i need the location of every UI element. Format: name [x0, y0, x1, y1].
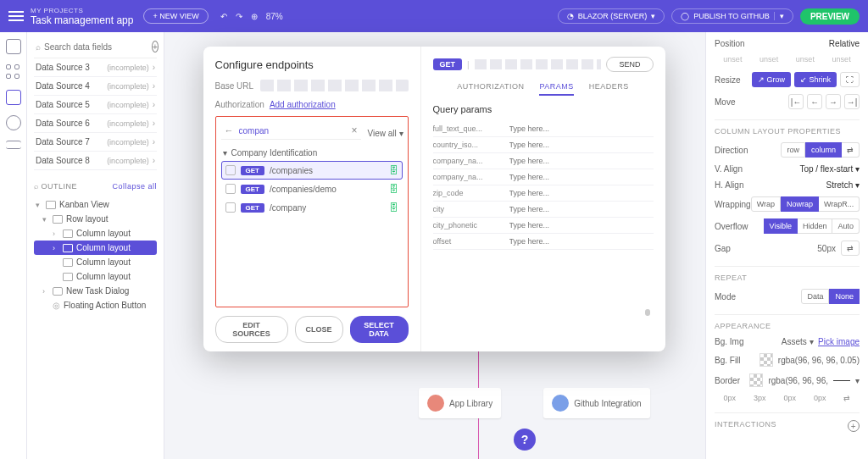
endpoint-row[interactable]: GET /company 🗄 [221, 198, 403, 217]
back-icon[interactable]: ← [225, 125, 234, 135]
data-source-row[interactable]: Data Source 7(incomplete)› [34, 133, 157, 152]
undo-icon[interactable]: ↶ [220, 12, 227, 21]
query-param-input[interactable] [509, 173, 654, 181]
tree-item-dialog[interactable]: ›New Task Dialog [34, 284, 157, 298]
move-start-button[interactable]: |← [788, 94, 804, 109]
data-source-row[interactable]: Data Source 3(incomplete)› [34, 58, 157, 77]
assets-select[interactable]: Assets [782, 337, 807, 346]
redo-icon[interactable]: ↷ [236, 12, 242, 21]
resize-settings-button[interactable]: ⛶ [840, 72, 860, 87]
bg-fill-swatch[interactable] [760, 353, 773, 367]
wrap-button[interactable]: Wrap [751, 196, 781, 212]
edit-sources-button[interactable]: EDIT SOURCES [215, 316, 288, 343]
send-button[interactable]: SEND [606, 57, 653, 72]
outline-tree: ▾Kanban View ▾Row layout ›Column layout … [34, 197, 157, 312]
publish-github-button[interactable]: ◯ PUBLISH TO GITHUB ▾ [671, 8, 793, 24]
rail-views-icon[interactable] [6, 39, 21, 54]
view-all-select[interactable]: View all ▾ [368, 129, 403, 138]
framework-select[interactable]: ◔ BLAZOR (SERVER) ▾ [558, 8, 665, 24]
data-source-row[interactable]: Data Source 6(incomplete)› [34, 114, 157, 133]
gap-input[interactable]: 50px [817, 244, 836, 253]
tab-authorization[interactable]: AUTHORIZATION [457, 82, 524, 96]
add-data-source-button[interactable]: + [152, 41, 159, 53]
query-param-input[interactable] [509, 141, 654, 149]
direction-row-button[interactable]: row [781, 142, 805, 158]
tree-item-kanban[interactable]: ▾Kanban View [34, 197, 157, 212]
tree-item-column-layout[interactable]: Column layout [34, 255, 157, 269]
grow-button[interactable]: ↗ Grow [752, 72, 791, 87]
collapse-all-link[interactable]: Collapse all [112, 182, 157, 191]
new-view-button[interactable]: + NEW VIEW [143, 8, 208, 24]
avatar-icon [552, 395, 569, 412]
gap-link-button[interactable]: ⇄ [841, 241, 860, 256]
scrollbar-thumb[interactable] [645, 309, 650, 316]
tree-item-row-layout[interactable]: ▾Row layout [34, 212, 157, 226]
chevron-down-icon: ▾ [223, 148, 227, 158]
canvas-card[interactable]: App Library [419, 388, 501, 418]
overflow-visible-button[interactable]: Visible [764, 218, 798, 234]
zoom-value[interactable]: 87% [266, 12, 283, 21]
rail-assets-icon[interactable] [6, 141, 21, 149]
border-swatch[interactable] [749, 373, 763, 387]
bg-fill-value[interactable]: rgba(96, 96, 96, 0.05) [778, 356, 860, 365]
endpoint-checkbox[interactable] [225, 202, 236, 213]
chevron-down-icon: ▾ [651, 12, 655, 20]
help-button[interactable]: ? [514, 429, 536, 451]
position-select[interactable]: Relative [829, 39, 860, 48]
rail-data-icon[interactable] [6, 90, 21, 105]
preview-button[interactable]: PREVIEW [800, 8, 860, 25]
canvas-card[interactable]: Github Integration [543, 388, 650, 418]
direction-column-button[interactable]: column [805, 142, 842, 158]
endpoint-checkbox[interactable] [225, 165, 236, 175]
nowrap-button[interactable]: Nowrap [781, 196, 819, 212]
move-end-button[interactable]: →| [844, 94, 860, 109]
tree-item-column-layout[interactable]: Column layout [34, 269, 157, 284]
query-param-input[interactable] [509, 189, 654, 197]
overflow-hidden-button[interactable]: Hidden [798, 218, 833, 234]
endpoint-row[interactable]: GET /companies 🗄 [221, 161, 403, 180]
halign-select[interactable]: Stretch ▾ [826, 180, 860, 190]
project-name[interactable]: Task management app [31, 14, 133, 26]
rail-theme-icon[interactable] [6, 115, 21, 130]
overflow-auto-button[interactable]: Auto [832, 218, 860, 234]
add-interaction-button[interactable]: + [848, 420, 860, 432]
border-value[interactable]: rgba(96, 96, 96, [768, 376, 828, 385]
query-param-input[interactable] [509, 205, 654, 213]
repeat-none-button[interactable]: None [829, 289, 860, 304]
endpoint-search-input[interactable] [239, 126, 347, 135]
add-authorization-link[interactable]: Add authorization [270, 100, 336, 109]
repeat-data-button[interactable]: Data [801, 289, 829, 304]
data-source-row[interactable]: Data Source 4(incomplete)› [34, 77, 157, 96]
query-param-input[interactable] [509, 237, 654, 246]
close-button[interactable]: CLOSE [295, 316, 343, 343]
shrink-button[interactable]: ↙ Shrink [794, 72, 837, 87]
tab-headers[interactable]: HEADERS [589, 82, 629, 96]
valign-select[interactable]: Top / flex-start ▾ [799, 164, 860, 174]
direction-swap-button[interactable]: ⇄ [842, 142, 860, 158]
move-left-button[interactable]: ← [807, 94, 822, 109]
rail-components-icon[interactable] [6, 64, 21, 80]
tree-item-column-layout[interactable]: ›Column layout [34, 226, 157, 241]
tree-item-column-layout-selected[interactable]: ›Column layout [34, 241, 157, 255]
search-data-fields-input[interactable] [44, 42, 152, 52]
blazor-icon: ◔ [567, 12, 574, 20]
move-right-button[interactable]: → [826, 94, 841, 109]
endpoint-checkbox[interactable] [225, 184, 236, 194]
spacing-link-icon[interactable]: ⇄ [843, 394, 850, 402]
endpoint-group[interactable]: ▾Company Identification [223, 148, 403, 158]
pick-image-link[interactable]: Pick image [818, 337, 860, 346]
endpoint-row[interactable]: GET /companies/demo 🗄 [221, 180, 403, 198]
data-source-row[interactable]: Data Source 8(incomplete)› [34, 152, 157, 170]
query-param-input[interactable] [509, 221, 654, 230]
tree-item-fab[interactable]: ◎Floating Action Button [34, 298, 157, 312]
wrap-reverse-button[interactable]: WrapR... [819, 196, 860, 212]
menu-icon[interactable] [8, 8, 24, 24]
zoom-icon[interactable]: ⊕ [251, 12, 258, 21]
tab-params[interactable]: PARAMS [539, 82, 573, 96]
query-param-input[interactable] [509, 124, 654, 133]
clear-search-button[interactable]: × [352, 124, 358, 136]
select-data-button[interactable]: SELECT DATA [350, 316, 409, 343]
top-bar: MY PROJECTS Task management app + NEW VI… [0, 0, 868, 32]
data-source-row[interactable]: Data Source 5(incomplete)› [34, 96, 157, 114]
query-param-input[interactable] [509, 157, 654, 165]
